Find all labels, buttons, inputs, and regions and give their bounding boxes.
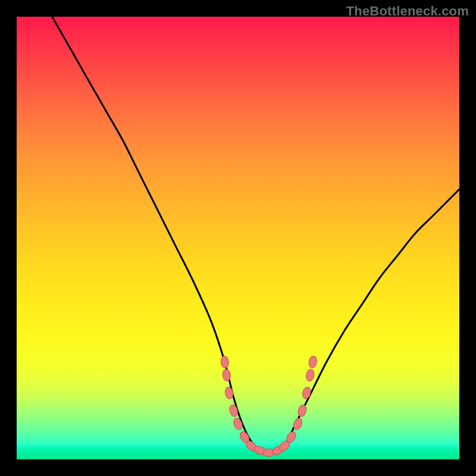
curve-marker	[220, 356, 230, 369]
curve-marker	[224, 386, 234, 399]
bottleneck-curve-svg	[17, 17, 459, 459]
curve-marker	[297, 404, 308, 418]
curve-marker	[302, 386, 312, 399]
curve-marker	[232, 417, 244, 431]
chart-stage: TheBottleneck.com	[0, 0, 476, 476]
bottleneck-curve-line	[52, 17, 460, 453]
curve-marker	[305, 369, 315, 382]
curve-markers	[220, 355, 318, 456]
curve-marker	[308, 355, 318, 368]
plot-area	[17, 17, 459, 459]
curve-marker	[228, 404, 239, 418]
